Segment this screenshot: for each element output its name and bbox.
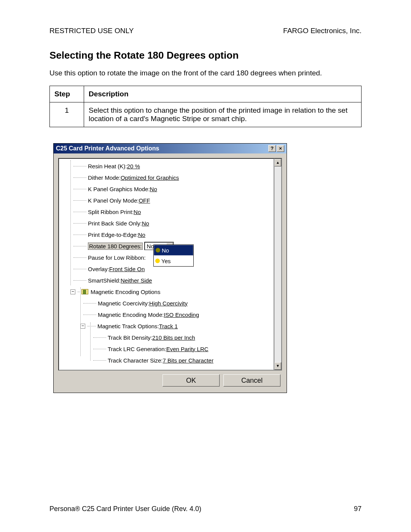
col-step: Step: [50, 86, 84, 102]
tree-item-split-ribbon[interactable]: Split Ribbon Print: No: [61, 206, 271, 217]
tree-item-track-lrc[interactable]: Track LRC Generation: Even Parity LRC: [61, 343, 271, 355]
titlebar[interactable]: C25 Card Printer Advanced Options ? ×: [54, 144, 287, 153]
collapse-icon[interactable]: −: [80, 324, 85, 329]
collapse-icon[interactable]: −: [70, 289, 75, 294]
scroll-track[interactable]: [274, 166, 281, 362]
bulb-on-icon: [155, 259, 160, 263]
scroll-down-button[interactable]: ▼: [274, 362, 281, 370]
tree-item-dither-mode[interactable]: Dither Mode: Optimized for Graphics: [61, 172, 271, 183]
tree-item-track-bit-density[interactable]: Track Bit Density: 210 Bits per Inch: [61, 332, 271, 343]
tree-item-print-edge[interactable]: Print Edge-to-Edge: No: [61, 229, 271, 240]
tree-item-resin-heat[interactable]: Resin Heat (K): 20 %: [61, 160, 271, 172]
scroll-up-button[interactable]: ▲: [274, 159, 281, 166]
step-table: Step Description 1 Select this option to…: [49, 86, 362, 127]
tree-item-track-char-size[interactable]: Track Character Size: 7 Bits per Charact…: [61, 355, 271, 366]
cancel-button[interactable]: Cancel: [223, 374, 280, 387]
folder-icon: [81, 289, 88, 294]
tree-item-magnetic-encoding-mode[interactable]: Magnetic Encoding Mode: ISO Encoding: [61, 309, 271, 320]
dialog-title: C25 Card Printer Advanced Options: [56, 145, 268, 152]
step-description: Select this option to change the positio…: [84, 102, 362, 127]
bulb-off-icon: [156, 248, 160, 252]
option-yes[interactable]: Yes: [154, 256, 193, 266]
help-button[interactable]: ?: [268, 145, 276, 152]
header-right: FARGO Electronics, Inc.: [283, 27, 362, 35]
tree-item-magnetic-encoding[interactable]: −Magnetic Encoding Options: [61, 286, 271, 297]
ok-button[interactable]: OK: [162, 374, 220, 387]
tree-item-print-back-side[interactable]: Print Back Side Only: No: [61, 217, 271, 229]
tree-item-magnetic-coercivity[interactable]: Magnetic Coercivity: High Coercivity: [61, 297, 271, 309]
option-no[interactable]: No: [154, 245, 193, 256]
rotate-180-dropdown[interactable]: No Yes: [153, 244, 194, 267]
step-number: 1: [50, 102, 84, 127]
header-left: RESTRICTED USE ONLY: [49, 27, 134, 35]
tree-item-k-panel-graphics[interactable]: K Panel Graphics Mode: No: [61, 183, 271, 195]
tree-item-magnetic-track-options[interactable]: −Magnetic Track Options: Track 1: [61, 320, 271, 332]
col-description: Description: [84, 86, 362, 102]
vertical-scrollbar[interactable]: ▲ ▼: [274, 158, 282, 371]
close-button[interactable]: ×: [277, 145, 284, 152]
page-number: 97: [354, 505, 362, 513]
options-tree[interactable]: Resin Heat (K): 20 % Dither Mode: Optimi…: [58, 158, 274, 371]
footer-left: Persona® C25 Card Printer User Guide (Re…: [49, 505, 201, 513]
tree-item-k-panel-only[interactable]: K Panel Only Mode: OFF: [61, 195, 271, 206]
page-title: Selecting the Rotate 180 Degrees option: [49, 50, 362, 61]
advanced-options-dialog: C25 Card Printer Advanced Options ? × Re…: [53, 143, 287, 393]
tree-item-smartshield[interactable]: SmartShield: Neither Side: [61, 275, 271, 286]
intro-text: Use this option to rotate the image on t…: [49, 69, 362, 77]
